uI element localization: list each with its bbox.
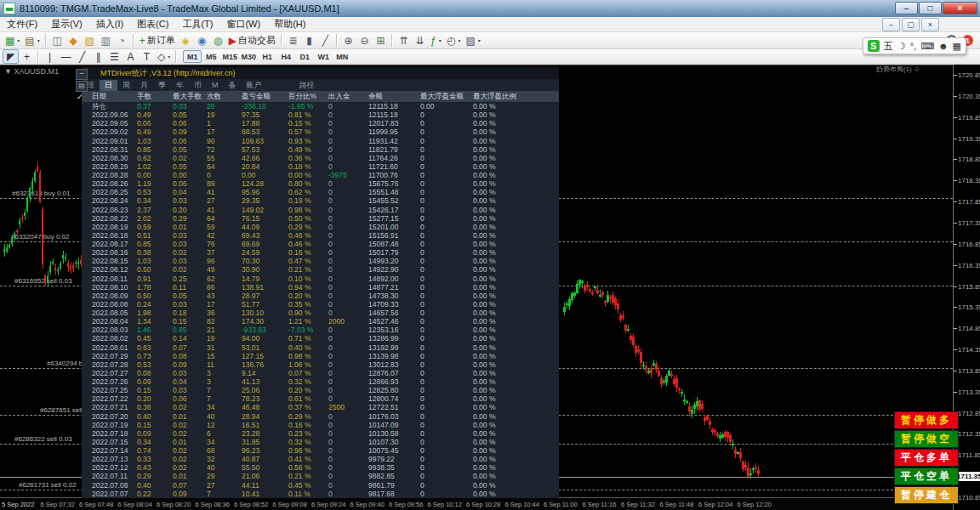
indicators-down-button[interactable]: ⇊ [412, 33, 428, 48]
table-row[interactable]: 2022.08.041.340.1582174.301.21 %20001452… [82, 317, 559, 326]
table-row[interactable]: 2022.08.190.590.015944.090.29 %015201.00… [82, 223, 559, 231]
table-row[interactable]: 2022.08.250.530.044195.960.62 %015551.48… [82, 188, 559, 196]
stats-tab-币[interactable]: 币 [189, 80, 207, 91]
table-row[interactable]: 2022.08.170.850.037669.690.46 %015087.48… [82, 240, 559, 248]
menu-item-1[interactable]: 显示(V) [44, 17, 89, 31]
metaeditor-button[interactable]: ◈ [178, 33, 194, 48]
table-row[interactable]: 2022.08.010.630.073153.010.40 %013192.99… [82, 343, 559, 352]
restore-button[interactable]: □ [919, 2, 942, 14]
menu-item-3[interactable]: 图表(C) [130, 17, 175, 31]
table-row[interactable]: 2022.08.080.240.031751.770.35 %014709.33… [82, 300, 559, 309]
terminal-button[interactable]: ▥ [98, 33, 114, 48]
table-row[interactable]: 2022.08.031.460.8521-933.83-7.03 %012353… [82, 326, 559, 334]
timeframe-w1-button[interactable]: W1 [314, 50, 333, 63]
table-row[interactable]: 2022.08.110.910.256214.790.10 %014892.00… [82, 275, 559, 283]
shapes-button[interactable]: ◇▾ [155, 49, 173, 64]
table-row[interactable]: 2022.08.261.190.0689124.280.80 %015675.7… [82, 179, 559, 188]
menu-item-6[interactable]: 帮助(H) [267, 17, 312, 31]
minimize-button[interactable]: – [895, 2, 918, 14]
trade-button-5[interactable]: 暂停建仓 [894, 486, 959, 504]
table-row[interactable]: 2022.08.300.620.025542.660.36 %011764.26… [82, 154, 559, 162]
chart-area[interactable]: #6323613 buy 0.01#6332047 buy 0.02#63169… [0, 65, 953, 497]
menu-item-5[interactable]: 窗口(W) [219, 17, 267, 31]
market-watch-button[interactable]: ◫ [49, 33, 66, 48]
table-row[interactable]: 2022.07.270.080.0339.140.07 %012876.0700… [82, 369, 559, 377]
stats-panel-title[interactable]: MTDriver统计 ,V3.12 (http://mtdriver.cn) [82, 67, 559, 79]
table-row[interactable]: 2022.08.240.340.032729.350.19 %015455.52… [82, 196, 559, 205]
table-row[interactable]: 2022.07.120.430.024055.500.56 %09938.350… [82, 463, 559, 472]
indicators-up-button[interactable]: ⇈ [396, 33, 412, 48]
crosshair-button[interactable]: + [19, 49, 35, 64]
table-row[interactable]: 2022.08.120.500.024930.900.21 %014922.90… [82, 265, 559, 274]
timeframe-mn-button[interactable]: MN [333, 50, 351, 63]
table-row[interactable]: 2022.07.200.400.014028.940.29 %010176.03… [82, 412, 559, 421]
equidistant-channel-button[interactable]: ∥ [90, 49, 106, 64]
table-row[interactable]: 2022.08.222.020.296476.150.50 %015277.15… [82, 214, 559, 223]
profiles-button[interactable]: ▤▾ [22, 33, 42, 48]
timeframe-h1-button[interactable]: H1 [258, 50, 276, 63]
window-titlebar[interactable]: 8110099: TMGM.TradeMax-Live8 - TradeMax … [0, 0, 980, 17]
close-button[interactable]: × [943, 2, 977, 14]
soft-keyboard-icon[interactable]: ⌨ [920, 41, 934, 52]
table-row[interactable]: 2022.09.020.490.091768.530.57 %011999.95… [82, 128, 559, 136]
table-row[interactable]: 2022.09.050.060.06117.880.15 %012017.830… [82, 119, 559, 128]
new-order-button[interactable]: +新订单 [137, 33, 178, 48]
trendline-button[interactable]: ╱ [74, 49, 90, 64]
chart-candles-button[interactable]: ▮ [301, 33, 317, 48]
panel-drag-icon[interactable]: ▤ [76, 81, 88, 92]
sogou-logo-icon[interactable]: S [868, 40, 880, 52]
history-center-button[interactable]: ◔ [114, 33, 130, 48]
fibonacci-button[interactable]: ☰ [106, 49, 122, 64]
timeframe-m5-button[interactable]: M5 [202, 50, 220, 63]
tile-windows-button[interactable]: ⊞ [373, 33, 389, 48]
time-axis[interactable]: 5 Sep 20226 Sep 07:326 Sep 07:486 Sep 08… [0, 497, 953, 510]
navigator-button[interactable]: ◆ [66, 33, 82, 48]
table-row[interactable]: 2022.07.220.200.06778.230.61 %012800.740… [82, 394, 559, 403]
table-row[interactable]: 2022.07.260.090.04341.130.32 %012866.930… [82, 377, 559, 386]
trade-button-4[interactable]: 平仓空单 [894, 468, 959, 485]
menu-item-4[interactable]: 工具(T) [175, 17, 219, 31]
table-row[interactable]: 2022.09.060.490.051997.350.81 %012115.18… [82, 110, 559, 119]
auto-trading-button[interactable]: ▶自动交易 [226, 33, 278, 48]
stats-tab-备[interactable]: 备 [224, 80, 242, 91]
mdi-close-button[interactable]: × [921, 18, 939, 31]
menu-item-0[interactable]: 文件(F) [0, 17, 44, 31]
chart-bars-button[interactable]: ≣ [285, 33, 301, 48]
vertical-line-button[interactable]: | [42, 49, 58, 64]
periods-button[interactable]: ◴▾ [444, 33, 464, 48]
stats-tab-季[interactable]: 季 [153, 80, 171, 91]
table-row[interactable]: 2022.07.080.400.072744.110.45 %09861.790… [82, 481, 559, 490]
menu-item-2[interactable]: 插入(I) [89, 17, 130, 31]
chart-line-button[interactable]: ╱ [317, 33, 333, 48]
table-row[interactable]: 2022.08.151.030.039670.300.47 %014993.20… [82, 257, 559, 265]
ime-toolbar[interactable]: S五☽°,⌨☻▦ [863, 37, 966, 54]
zoom-in-button[interactable]: ⊕ [340, 33, 356, 48]
text-button[interactable]: A [122, 49, 139, 64]
table-row[interactable]: 2022.07.180.090.02623.280.23 %010130.580… [82, 429, 559, 438]
text-label-button[interactable]: T [139, 49, 155, 64]
stats-tab-周[interactable]: 周 [117, 80, 135, 91]
table-row[interactable]: 2022.07.140.740.026896.230.96 %010075.45… [82, 446, 559, 455]
table-row[interactable]: 2022.08.101.780.1166138.910.94 %014877.2… [82, 283, 559, 292]
stats-tab-M[interactable]: M [207, 80, 224, 91]
stats-tab-账户[interactable]: 账户 [242, 80, 267, 91]
person-icon[interactable]: ☻ [938, 41, 949, 51]
table-row[interactable]: 2022.07.110.290.012921.060.21 %09882.850… [82, 472, 559, 480]
zoom-out-button[interactable]: ⊖ [356, 33, 373, 48]
moon-mode-icon[interactable]: ☽ [897, 41, 906, 52]
timeframe-m30-button[interactable]: M30 [239, 50, 258, 63]
new-chart-button[interactable]: ▦▾ [3, 33, 22, 48]
table-row[interactable]: 2022.08.051.980.1836130.100.90 %014657.5… [82, 309, 559, 317]
table-row[interactable]: 2022.07.130.330.023240.870.41 %09979.220… [82, 455, 559, 463]
stats-tab-日[interactable]: 日 [100, 80, 117, 91]
table-row[interactable]: 2022.08.232.370.2041149.020.98 %015426.1… [82, 206, 559, 214]
table-row[interactable]: 2022.08.180.510.034269.430.46 %015156.91… [82, 231, 559, 240]
punctuation-icon[interactable]: °, [910, 41, 916, 51]
stats-tab-年[interactable]: 年 [171, 80, 189, 91]
table-row[interactable]: 2022.08.291.020.056420.840.18 %011721.60… [82, 162, 559, 171]
table-row[interactable]: 2022.07.070.220.09710.410.11 %09817.6800… [82, 490, 559, 498]
toolbox-grid-icon[interactable]: ▦ [953, 41, 961, 52]
stats-tab-月[interactable]: 月 [135, 80, 153, 91]
table-row[interactable]: 2022.08.280.000.0000.000.00 %-397511700.… [82, 171, 559, 179]
trade-button-1[interactable]: 暂停做多 [894, 411, 959, 429]
